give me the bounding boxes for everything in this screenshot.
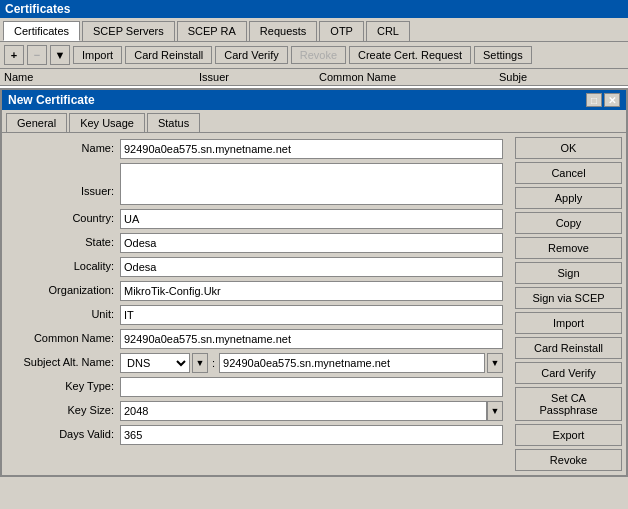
- days-valid-label: Days Valid:: [10, 425, 120, 440]
- organization-row: Organization:: [10, 281, 503, 301]
- tab-requests[interactable]: Requests: [249, 21, 317, 41]
- key-size-label: Key Size:: [10, 401, 120, 416]
- key-type-label: Key Type:: [10, 377, 120, 392]
- table-header: Name Issuer Common Name Subje: [0, 69, 628, 86]
- col-header-issuer: Issuer: [199, 71, 319, 83]
- tab-key-usage[interactable]: Key Usage: [69, 113, 145, 132]
- san-value-input[interactable]: [219, 353, 485, 373]
- locality-row: Locality:: [10, 257, 503, 277]
- name-row: Name:: [10, 139, 503, 159]
- export-button[interactable]: Export: [515, 424, 622, 446]
- revoke-button[interactable]: Revoke: [291, 46, 346, 64]
- main-tab-bar: Certificates SCEP Servers SCEP RA Reques…: [0, 18, 628, 42]
- issuer-row: Issuer:: [10, 163, 503, 205]
- tab-certificates[interactable]: Certificates: [3, 21, 80, 41]
- col-header-subj: Subje: [499, 71, 549, 83]
- dialog-tab-bar: General Key Usage Status: [2, 110, 626, 133]
- settings-button[interactable]: Settings: [474, 46, 532, 64]
- state-input[interactable]: [120, 233, 503, 253]
- dialog-minimize-button[interactable]: □: [586, 93, 602, 107]
- san-type-select[interactable]: DNS IP email: [120, 353, 190, 373]
- issuer-label: Issuer:: [10, 163, 120, 197]
- remove-button[interactable]: −: [27, 45, 47, 65]
- tab-crl[interactable]: CRL: [366, 21, 410, 41]
- sign-button[interactable]: Sign: [515, 262, 622, 284]
- dialog-title-bar: New Certificate □ ✕: [2, 90, 626, 110]
- dialog-close-button[interactable]: ✕: [604, 93, 620, 107]
- filter-button[interactable]: ▼: [50, 45, 70, 65]
- dialog-title: New Certificate: [8, 93, 95, 107]
- apply-button[interactable]: Apply: [515, 187, 622, 209]
- cancel-button[interactable]: Cancel: [515, 162, 622, 184]
- key-size-row: Key Size: ▼: [10, 401, 503, 421]
- days-valid-input[interactable]: [120, 425, 503, 445]
- create-cert-button[interactable]: Create Cert. Request: [349, 46, 471, 64]
- key-type-row: Key Type:: [10, 377, 503, 397]
- common-name-label: Common Name:: [10, 329, 120, 344]
- card-reinstall-button[interactable]: Card Reinstall: [125, 46, 212, 64]
- san-separator: :: [210, 357, 217, 369]
- ok-button[interactable]: OK: [515, 137, 622, 159]
- common-name-input[interactable]: [120, 329, 503, 349]
- col-header-name: Name: [4, 71, 199, 83]
- unit-row: Unit:: [10, 305, 503, 325]
- dialog-form: Name: Issuer: Country: State: Locality:: [2, 133, 511, 475]
- tab-status[interactable]: Status: [147, 113, 200, 132]
- tab-otp[interactable]: OTP: [319, 21, 364, 41]
- key-size-arrow[interactable]: ▼: [487, 401, 503, 421]
- sign-via-scep-button[interactable]: Sign via SCEP: [515, 287, 622, 309]
- window-title: Certificates: [0, 0, 628, 18]
- unit-label: Unit:: [10, 305, 120, 320]
- common-name-row: Common Name:: [10, 329, 503, 349]
- locality-label: Locality:: [10, 257, 120, 272]
- revoke-button[interactable]: Revoke: [515, 449, 622, 471]
- copy-button[interactable]: Copy: [515, 212, 622, 234]
- state-label: State:: [10, 233, 120, 248]
- country-row: Country:: [10, 209, 503, 229]
- tab-general[interactable]: General: [6, 113, 67, 132]
- organization-input[interactable]: [120, 281, 503, 301]
- san-row: Subject Alt. Name: DNS IP email ▼ : ▼: [10, 353, 503, 373]
- dialog-actions: OK Cancel Apply Copy Remove Sign Sign vi…: [511, 133, 626, 475]
- tab-scep-ra[interactable]: SCEP RA: [177, 21, 247, 41]
- days-valid-row: Days Valid:: [10, 425, 503, 445]
- country-label: Country:: [10, 209, 120, 224]
- organization-label: Organization:: [10, 281, 120, 296]
- dialog-body: Name: Issuer: Country: State: Locality:: [2, 133, 626, 475]
- san-label: Subject Alt. Name:: [10, 353, 120, 368]
- remove-button[interactable]: Remove: [515, 237, 622, 259]
- name-input[interactable]: [120, 139, 503, 159]
- new-certificate-dialog: New Certificate □ ✕ General Key Usage St…: [0, 88, 628, 477]
- san-type-arrow[interactable]: ▼: [192, 353, 208, 373]
- import-button[interactable]: Import: [73, 46, 122, 64]
- import-button[interactable]: Import: [515, 312, 622, 334]
- unit-input[interactable]: [120, 305, 503, 325]
- card-verify-button[interactable]: Card Verify: [215, 46, 287, 64]
- add-button[interactable]: +: [4, 45, 24, 65]
- key-size-input[interactable]: [120, 401, 487, 421]
- card-reinstall-button[interactable]: Card Reinstall: [515, 337, 622, 359]
- card-verify-button[interactable]: Card Verify: [515, 362, 622, 384]
- state-row: State:: [10, 233, 503, 253]
- country-input[interactable]: [120, 209, 503, 229]
- locality-input[interactable]: [120, 257, 503, 277]
- key-type-input[interactable]: [120, 377, 503, 397]
- set-ca-passphrase-button[interactable]: Set CA Passphrase: [515, 387, 622, 421]
- toolbar: + − ▼ Import Card Reinstall Card Verify …: [0, 42, 628, 69]
- name-label: Name:: [10, 139, 120, 154]
- san-value-arrow[interactable]: ▼: [487, 353, 503, 373]
- issuer-input[interactable]: [120, 163, 503, 205]
- col-header-cn: Common Name: [319, 71, 499, 83]
- tab-scep-servers[interactable]: SCEP Servers: [82, 21, 175, 41]
